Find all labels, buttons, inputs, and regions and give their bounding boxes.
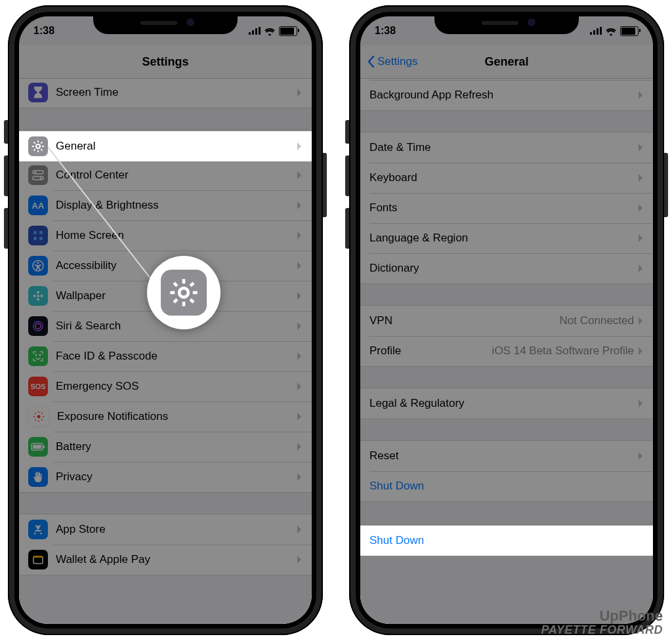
row-exposure-notifications[interactable]: Exposure Notifications	[19, 402, 312, 432]
svg-point-24	[33, 321, 43, 331]
phone-frame-left: 1:38 Settings Screen Time	[8, 5, 323, 635]
svg-rect-9	[33, 171, 43, 174]
row-battery[interactable]: Battery	[19, 432, 312, 462]
row-fonts[interactable]: Fonts	[360, 193, 653, 223]
chevron-right-icon	[638, 346, 644, 356]
nav-bar: Settings	[19, 45, 312, 79]
row-label: Dictionary	[369, 262, 638, 275]
svg-line-50	[34, 149, 35, 150]
wifi-icon	[606, 27, 616, 35]
appstore-icon	[28, 520, 48, 539]
faceid-icon	[28, 346, 48, 366]
row-display-brightness[interactable]: AA Display & Brightness	[19, 190, 312, 220]
chevron-right-icon	[638, 91, 644, 100]
hand-icon	[28, 467, 48, 487]
row-label: General	[56, 140, 297, 153]
svg-point-33	[35, 413, 36, 414]
row-legal-regulatory[interactable]: Legal & Regulatory	[360, 388, 653, 419]
notch	[93, 12, 238, 34]
svg-rect-15	[33, 237, 37, 240]
row-label: VPN	[369, 314, 560, 327]
svg-line-58	[190, 283, 194, 286]
chevron-right-icon	[297, 442, 303, 451]
row-label: Battery	[56, 440, 297, 453]
chevron-right-icon	[297, 321, 303, 331]
row-app-store[interactable]: App Store	[19, 514, 312, 545]
row-label: Control Center	[56, 169, 297, 182]
row-value: iOS 14 Beta Software Profile	[408, 344, 634, 358]
row-shut-down-highlight[interactable]: Shut Down	[360, 526, 653, 556]
side-buttons-left	[345, 120, 349, 260]
svg-line-59	[174, 299, 177, 302]
row-wallet-apple-pay[interactable]: Wallet & Apple Pay	[19, 545, 312, 575]
battery-icon	[28, 437, 48, 457]
row-emergency-sos[interactable]: SOS Emergency SOS	[19, 371, 312, 402]
power-button	[664, 153, 668, 217]
gear-callout	[147, 256, 220, 329]
row-faceid-passcode[interactable]: Face ID & Passcode	[19, 341, 312, 371]
row-label: Emergency SOS	[56, 380, 297, 393]
row-privacy[interactable]: Privacy	[19, 462, 312, 492]
back-label: Settings	[377, 55, 417, 68]
svg-point-34	[41, 413, 43, 414]
row-background-app-refresh[interactable]: Background App Refresh	[360, 80, 653, 110]
svg-point-42	[36, 144, 40, 148]
chevron-right-icon	[638, 451, 644, 461]
row-label: Screen Time	[56, 86, 297, 99]
row-screen-time[interactable]: Screen Time	[19, 78, 312, 108]
cellular-icon	[590, 27, 602, 35]
row-shut-down[interactable]: Shut Down	[360, 471, 653, 501]
svg-rect-39	[33, 445, 41, 449]
gear-icon-large	[161, 270, 207, 316]
row-keyboard[interactable]: Keyboard	[360, 163, 653, 193]
svg-point-35	[35, 419, 36, 421]
svg-rect-11	[33, 176, 43, 180]
row-general-highlight[interactable]: General	[19, 131, 312, 161]
svg-point-28	[37, 415, 41, 419]
svg-point-25	[35, 323, 41, 329]
svg-point-27	[39, 354, 41, 356]
chevron-right-icon	[297, 171, 303, 180]
svg-point-36	[41, 419, 43, 421]
row-vpn[interactable]: VPN Not Connected	[360, 306, 653, 336]
chevron-right-icon	[297, 291, 303, 300]
nav-bar: Settings General	[360, 45, 653, 79]
chevron-right-icon	[638, 234, 644, 243]
battery-icon	[620, 26, 639, 36]
svg-rect-41	[33, 556, 43, 558]
svg-point-18	[37, 262, 39, 264]
chevron-right-icon	[297, 352, 303, 361]
side-buttons-left	[4, 120, 8, 260]
row-dictionary[interactable]: Dictionary	[360, 253, 653, 283]
chevron-right-icon	[297, 142, 303, 151]
chevron-right-icon	[297, 525, 303, 534]
svg-point-30	[38, 421, 39, 422]
svg-point-31	[33, 416, 35, 417]
chevron-left-icon	[367, 55, 375, 68]
svg-point-22	[33, 295, 36, 297]
svg-point-19	[37, 295, 39, 297]
row-home-screen[interactable]: Home Screen	[19, 220, 312, 251]
accessibility-icon	[28, 256, 48, 276]
svg-rect-13	[33, 231, 37, 234]
row-label: Shut Down	[369, 480, 644, 493]
row-label: Privacy	[56, 470, 297, 484]
siri-icon	[28, 316, 48, 336]
page-title: General	[484, 55, 528, 69]
row-date-time[interactable]: Date & Time	[360, 133, 653, 163]
chevron-right-icon	[638, 316, 644, 325]
row-language-region[interactable]: Language & Region	[360, 223, 653, 253]
svg-point-12	[40, 177, 42, 179]
chevron-right-icon	[297, 555, 303, 564]
row-label: Keyboard	[369, 171, 638, 184]
back-button[interactable]: Settings	[367, 55, 417, 68]
grid-icon	[28, 226, 48, 245]
row-label: Shut Down	[369, 534, 424, 547]
chevron-right-icon	[638, 143, 644, 152]
row-value: Not Connected	[560, 314, 634, 327]
wallet-icon	[28, 550, 48, 569]
row-reset[interactable]: Reset	[360, 441, 653, 471]
svg-line-48	[41, 149, 42, 150]
svg-point-10	[35, 171, 37, 173]
row-profile[interactable]: Profile iOS 14 Beta Software Profile	[360, 336, 653, 366]
